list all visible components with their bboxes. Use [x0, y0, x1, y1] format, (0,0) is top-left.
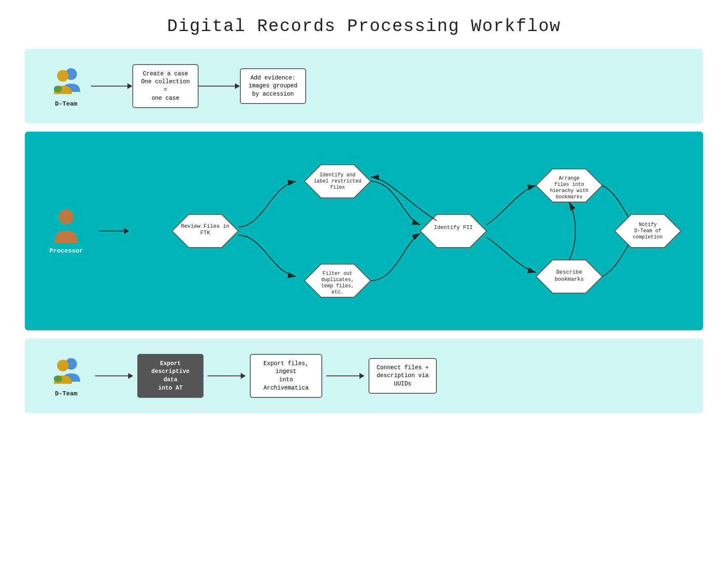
dteam-icon-top: [50, 65, 83, 98]
svg-point-2: [54, 86, 62, 92]
svg-text:completion: completion: [633, 234, 663, 240]
dteam-label-bottom: D-Team: [55, 390, 77, 397]
dteam-actor-bottom: D-Team: [41, 355, 91, 397]
svg-text:hierachy with: hierachy with: [550, 188, 589, 194]
svg-text:Filter out: Filter out: [323, 271, 352, 277]
workflow-diagram: Review Files in FTK Identify and label r…: [129, 144, 687, 318]
svg-text:Notify: Notify: [639, 222, 656, 228]
processor-label: Processor: [49, 248, 83, 255]
svg-text:files into: files into: [554, 182, 584, 188]
export-at-text: Exportdescriptive datainto AT: [151, 360, 189, 391]
bottom-section: D-Team Exportdescriptive datainto AT Exp…: [25, 339, 703, 413]
svg-text:Identify and: Identify and: [320, 172, 355, 178]
arrow-2-top: [199, 83, 240, 89]
svg-text:FTK: FTK: [200, 230, 210, 236]
add-evidence-box: Add evidence:images groupedby accession: [240, 68, 306, 104]
middle-section: Processor Review Files in FTK: [25, 132, 703, 330]
hex-identify-pii: [420, 214, 486, 248]
add-evidence-text: Add evidence:images groupedby accession: [249, 75, 297, 97]
main-container: D-Team Create a caseOne collection =one …: [25, 49, 703, 413]
dteam-icon-bottom: [50, 355, 83, 388]
svg-text:label restricted: label restricted: [314, 178, 361, 184]
dteam-label-top: D-Team: [55, 101, 77, 108]
svg-point-27: [54, 375, 62, 382]
svg-text:etc.: etc.: [332, 289, 344, 295]
top-section: D-Team Create a caseOne collection =one …: [25, 49, 703, 123]
svg-text:Identify PII: Identify PII: [434, 224, 473, 231]
dteam-actor-top: D-Team: [41, 65, 91, 108]
export-at-box: Exportdescriptive datainto AT: [137, 354, 204, 398]
connect-files-text: Connect files +description viaUUIDs: [376, 364, 429, 387]
svg-text:Arrange: Arrange: [559, 176, 580, 181]
processor-actor: Processor: [41, 208, 91, 255]
page-title: Digital Records Processing Workflow: [167, 17, 561, 36]
svg-text:temp files,: temp files,: [321, 283, 354, 289]
svg-text:duplicates,: duplicates,: [321, 277, 354, 283]
svg-text:files: files: [330, 185, 345, 190]
export-archivematica-text: Export files, ingestinto Archivematica: [263, 360, 309, 391]
svg-text:Review Files in: Review Files in: [181, 223, 229, 229]
connect-files-box: Connect files +description viaUUIDs: [369, 358, 437, 394]
export-archivematica-box: Export files, ingestinto Archivematica: [250, 354, 322, 398]
svg-text:D-Team of: D-Team of: [635, 228, 661, 234]
processor-icon: [50, 208, 83, 245]
svg-text:bookmarks: bookmarks: [556, 194, 583, 200]
svg-text:Describe: Describe: [556, 269, 582, 275]
create-case-text: Create a caseOne collection =one case: [141, 70, 190, 101]
svg-point-3: [59, 209, 74, 224]
svg-point-26: [57, 360, 69, 371]
create-case-box: Create a caseOne collection =one case: [132, 64, 199, 108]
svg-text:bookmarks: bookmarks: [555, 276, 584, 282]
arrow-1-top: [91, 83, 132, 89]
svg-point-1: [57, 70, 69, 82]
